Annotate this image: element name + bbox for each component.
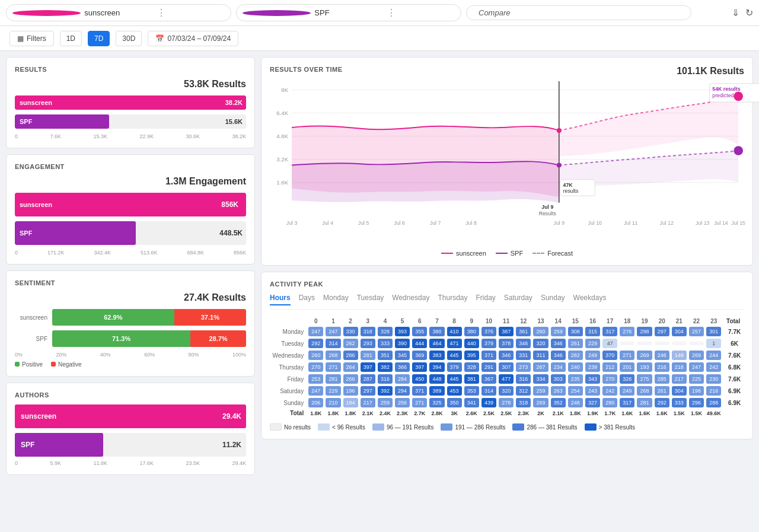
cell-friday-19: 275 xyxy=(636,373,653,385)
tab-tuesday[interactable]: Tuesday xyxy=(357,294,384,305)
col-total-18: 1.6K xyxy=(618,409,636,418)
cell-saturday-0: 247 xyxy=(307,385,324,397)
cell-monday-9: 380 xyxy=(463,326,480,337)
svg-text:Jul 8: Jul 8 xyxy=(465,220,477,226)
30d-button[interactable]: 30D xyxy=(116,31,142,46)
col-total-8: 3K xyxy=(446,409,463,418)
sentiment-neg-spf: 28.7% xyxy=(190,330,246,347)
cell-sunday-19: 281 xyxy=(636,397,653,409)
cell-monday-1: 247 xyxy=(324,326,342,337)
col-total-0: 1.8K xyxy=(307,409,324,418)
cell-thursday-3: 397 xyxy=(359,361,377,373)
cell-tuesday-9: 440 xyxy=(463,337,480,349)
col-header-3: 3 xyxy=(359,317,377,326)
col-total-2: 1.8K xyxy=(342,409,359,418)
cell-monday-23: 301 xyxy=(705,326,722,337)
tab-monday[interactable]: Monday xyxy=(323,294,349,305)
sentiment-row-sunscreen: sunscreen 62.9% 37.1% xyxy=(15,309,246,326)
cell-monday-8: 410 xyxy=(446,326,463,337)
svg-point-11 xyxy=(557,128,562,133)
cell-saturday-18: 249 xyxy=(618,385,636,397)
sentiment-bar-spf: 71.3% 28.7% xyxy=(52,330,246,347)
tab-sunday[interactable]: Sunday xyxy=(541,294,565,305)
row-total-thursday: 6.8K xyxy=(722,361,744,373)
filter-bar: ▦ Filters 1D 7D 30D 📅 07/03/24 – 07/09/2… xyxy=(0,26,759,51)
col-header-22: 22 xyxy=(688,317,705,326)
activity-peak-title: ACTIVITY PEAK xyxy=(270,281,744,288)
results-label-sunscreen: sunscreen xyxy=(20,99,52,106)
col-header-10: 10 xyxy=(480,317,498,326)
authors-bg-spf: SPF 11.2K xyxy=(15,433,246,457)
legend-label-spf: SPF xyxy=(511,250,523,257)
cell-sunday-23: 288 xyxy=(705,397,722,409)
cell-friday-18: 326 xyxy=(618,373,636,385)
cell-saturday-13: 259 xyxy=(532,385,549,397)
col-total-19: 1.6K xyxy=(636,409,653,418)
cell-monday-0: 247 xyxy=(307,326,324,337)
col-total-10: 2.5K xyxy=(480,409,498,418)
download-icon[interactable]: ⇓ xyxy=(732,7,739,18)
cell-wednesday-10: 371 xyxy=(480,349,498,361)
filters-button[interactable]: ▦ Filters xyxy=(9,31,54,46)
cell-wednesday-13: 311 xyxy=(532,349,549,361)
sentiment-pos-sunscreen: 62.9% xyxy=(52,309,174,326)
authors-bar-spf: SPF 11.2K xyxy=(15,433,246,457)
authors-bg-sunscreen: sunscreen 29.4K xyxy=(15,404,246,428)
cell-friday-14: 303 xyxy=(550,373,567,385)
tab-saturday[interactable]: Saturday xyxy=(504,294,532,305)
cell-tuesday-7: 464 xyxy=(428,337,445,349)
search-pill-2[interactable]: SPF ⋮ xyxy=(236,4,461,21)
tab-hours[interactable]: Hours xyxy=(270,294,291,305)
col-header-12: 12 xyxy=(515,317,532,326)
tab-days[interactable]: Days xyxy=(299,294,315,305)
cell-tuesday-2: 262 xyxy=(342,337,359,349)
cell-sunday-10: 439 xyxy=(480,397,498,409)
svg-text:Jul 5: Jul 5 xyxy=(358,220,369,226)
row-label-sunday: Sunday xyxy=(270,397,307,409)
col-header-5: 5 xyxy=(394,317,411,326)
cell-tuesday-13: 320 xyxy=(532,337,549,349)
tab-friday[interactable]: Friday xyxy=(476,294,496,305)
engagement-label-sunscreen: sunscreen xyxy=(20,201,52,208)
refresh-icon[interactable]: ↻ xyxy=(745,7,753,18)
cell-thursday-22: 247 xyxy=(688,361,705,373)
7d-button[interactable]: 7D xyxy=(88,31,110,46)
cell-friday-13: 334 xyxy=(532,373,549,385)
cell-wednesday-7: 383 xyxy=(428,349,445,361)
svg-text:Jul 7: Jul 7 xyxy=(430,220,441,226)
row-label-monday: Monday xyxy=(270,326,307,337)
col-total-header: Total xyxy=(722,317,744,326)
menu-icon-2[interactable]: ⋮ xyxy=(387,7,455,18)
activity-peak-card: ACTIVITY PEAK Hours Days Monday Tuesday … xyxy=(261,272,753,439)
date-range-button[interactable]: 📅 07/03/24 – 07/09/24 xyxy=(148,31,238,46)
1d-button[interactable]: 1D xyxy=(60,31,82,46)
cell-wednesday-14: 346 xyxy=(550,349,567,361)
engagement-fill-sunscreen: sunscreen xyxy=(15,193,246,216)
cell-thursday-14: 234 xyxy=(550,361,567,373)
svg-text:Jul 9: Jul 9 xyxy=(554,220,565,226)
chart-container: 8K 6.4K 4.8K 3.2K 1.6K xyxy=(270,81,744,257)
tab-wednesday[interactable]: Wednesday xyxy=(392,294,429,305)
cell-friday-5: 284 xyxy=(394,373,411,385)
engagement-title: ENGAGEMENT xyxy=(15,163,246,170)
main-grid: RESULTS 53.8K Results sunscreen 38.2K SP… xyxy=(0,51,759,481)
activity-tabs: Hours Days Monday Tuesday Wednesday Thur… xyxy=(270,294,744,310)
svg-text:3.2K: 3.2K xyxy=(276,156,289,163)
tab-thursday[interactable]: Thursday xyxy=(438,294,467,305)
sentiment-label-sunscreen: sunscreen xyxy=(15,314,47,321)
cell-tuesday-19 xyxy=(636,337,653,349)
cell-sunday-12: 318 xyxy=(515,397,532,409)
row-total-friday: 7.6K xyxy=(722,373,744,385)
top-bar-icons: ⇓ ↻ xyxy=(732,7,753,18)
menu-icon-1[interactable]: ⋮ xyxy=(157,7,225,18)
legend-swatch-96-191 xyxy=(372,423,384,431)
tab-weekdays[interactable]: Weekdays xyxy=(573,294,607,305)
cell-monday-6: 355 xyxy=(411,326,428,337)
cell-saturday-23: 216 xyxy=(705,385,722,397)
svg-text:Jul 13: Jul 13 xyxy=(696,220,710,226)
search-pill-1[interactable]: sunscreen ⋮ xyxy=(6,4,231,21)
cell-friday-9: 381 xyxy=(463,373,480,385)
svg-point-12 xyxy=(557,163,562,168)
compare-pill[interactable]: Compare xyxy=(466,5,691,20)
row-label-tuesday: Tuesday xyxy=(270,337,307,349)
